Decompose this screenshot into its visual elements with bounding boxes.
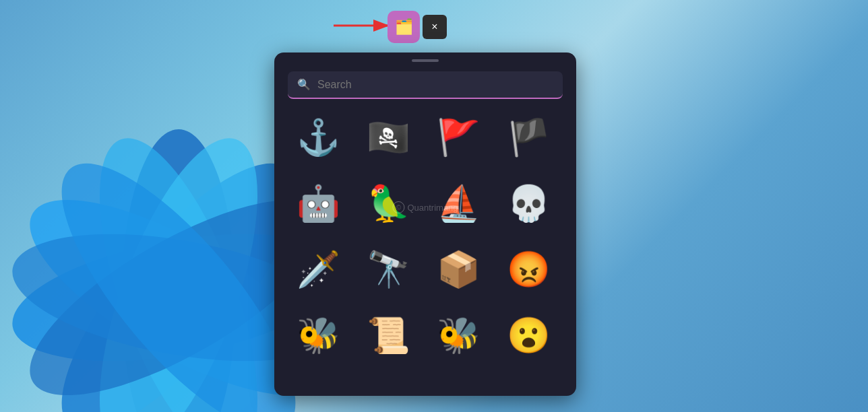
sticker-parrot[interactable]: 🦜	[358, 173, 418, 234]
sticker-sword[interactable]: 🗡️	[288, 239, 348, 300]
sticker-bee-2[interactable]: 🐝	[428, 305, 489, 366]
sticker-ship[interactable]: ⛵	[428, 173, 489, 234]
sticker-grid: © Quantrimang ⚓ 🏴‍☠️ 🚩 🏴 🤖 🦜 ⛵ 💀 🗡️ 🔭 📦 …	[274, 107, 576, 396]
sticker-fire-creature[interactable]: 😡	[498, 239, 559, 300]
sticker-bee-1[interactable]: 🐝	[288, 305, 348, 366]
drag-handle[interactable]	[412, 59, 439, 62]
toolbar: 🗂️ ×	[388, 11, 447, 43]
search-input[interactable]	[317, 79, 553, 91]
close-icon: ×	[431, 21, 437, 33]
sticker-anchor[interactable]: ⚓	[288, 107, 348, 168]
sticker-surprised-face[interactable]: 😮	[498, 305, 559, 366]
sticker-skull-crossbones[interactable]: 💀	[498, 173, 559, 234]
sticker-scroll[interactable]: 📜	[358, 305, 418, 366]
close-button[interactable]: ×	[423, 15, 447, 39]
sticker-pirate-flag[interactable]: 🚩	[428, 107, 489, 168]
sticker-icon: 🗂️	[395, 18, 413, 36]
sticker-telescope[interactable]: 🔭	[358, 239, 418, 300]
search-icon: 🔍	[297, 78, 311, 91]
sticker-treasure-chest[interactable]: 📦	[428, 239, 489, 300]
sticker-panel: 🔍 © Quantrimang ⚓ 🏴‍☠️ 🚩 🏴 🤖 🦜 ⛵ 💀 🗡️ 🔭 …	[274, 53, 576, 396]
sticker-pirate-person[interactable]: 🏴‍☠️	[358, 107, 418, 168]
sticker-skull-hat[interactable]: 🏴	[498, 107, 559, 168]
search-bar: 🔍	[288, 71, 563, 99]
sticker-picker-button[interactable]: 🗂️	[388, 11, 420, 43]
sticker-robot-pirate[interactable]: 🤖	[288, 173, 348, 234]
